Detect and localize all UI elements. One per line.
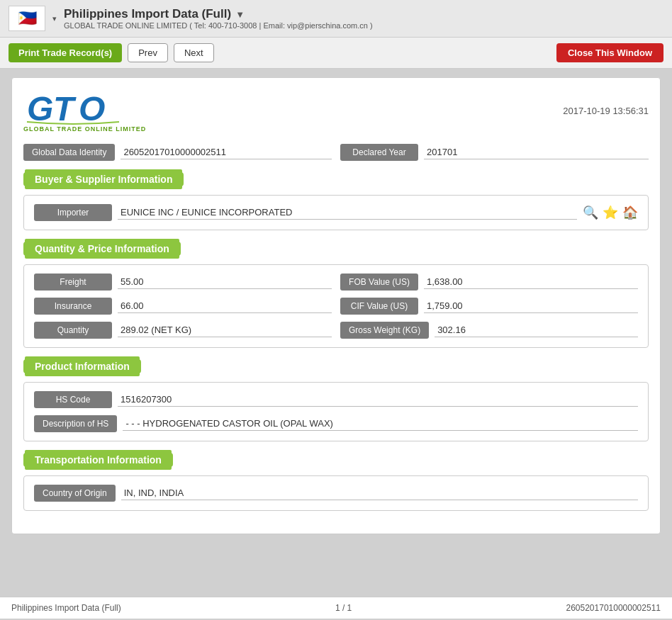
print-button[interactable]: Print Trade Record(s)	[9, 43, 122, 62]
footer-page: 1 / 1	[335, 603, 352, 613]
title-area: Philippines Import Data (Full) ▼ GLOBAL …	[64, 7, 373, 30]
fob-value: 1,638.00	[424, 275, 638, 289]
importer-row: Importer EUNICE INC / EUNICE INCORPORATE…	[34, 204, 638, 221]
product-title: Product Information	[25, 356, 140, 376]
description-value: - - - HYDROGENATED CASTOR OIL (OPAL WAX)	[123, 417, 638, 431]
company-info: GLOBAL TRADE ONLINE LIMITED ( Tel: 400-7…	[64, 21, 373, 30]
main-content: G T O GLOBAL TRADE ONLINE LIMITED 2017-1…	[0, 69, 672, 597]
star-icon[interactable]: ⭐	[603, 205, 618, 220]
freight-field: Freight 55.00	[34, 274, 332, 291]
insurance-row: Insurance 66.00 CIF Value (US) 1,759.00	[34, 298, 638, 315]
toolbar: Print Trade Record(s) Prev Next Close Th…	[0, 38, 672, 69]
toolbar-left: Print Trade Record(s) Prev Next	[9, 43, 214, 62]
product-content: HS Code 1516207300 Description of HS - -…	[23, 382, 649, 441]
declared-year-value: 201701	[424, 145, 649, 159]
buyer-supplier-title: Buyer & Supplier Information	[25, 169, 182, 189]
footer-record-id: 26052017010000002511	[566, 603, 661, 613]
quantity-row: Quantity 289.02 (NET KG) Gross Weight (K…	[34, 322, 638, 339]
insurance-value: 66.00	[118, 299, 332, 313]
svg-text:O: O	[79, 90, 105, 128]
footer-title: Philippines Import Data (Full)	[11, 603, 121, 613]
next-button[interactable]: Next	[174, 43, 214, 62]
flag-icon: 🇵🇭	[9, 6, 45, 31]
app-title: Philippines Import Data (Full) ▼	[64, 7, 373, 21]
hs-code-label: HS Code	[34, 391, 112, 408]
gross-weight-field: Gross Weight (KG) 302.16	[340, 322, 638, 339]
country-of-origin-field: Country of Origin IN, IND, INDIA	[34, 485, 638, 502]
quantity-price-content: Freight 55.00 FOB Value (US) 1,638.00 In…	[23, 264, 649, 348]
hs-code-field: HS Code 1516207300	[34, 391, 638, 408]
product-section: Product Information HS Code 1516207300 D…	[23, 359, 649, 441]
gross-weight-label: Gross Weight (KG)	[340, 322, 429, 339]
quantity-price-header: Quantity & Price Information	[23, 242, 181, 256]
logo-subtitle: GLOBAL TRADE ONLINE LIMITED	[23, 125, 146, 133]
importer-value: EUNICE INC / EUNICE INCORPORATED	[118, 205, 577, 220]
logo-row: G T O GLOBAL TRADE ONLINE LIMITED 2017-1…	[23, 89, 649, 133]
prev-button[interactable]: Prev	[128, 43, 168, 62]
global-data-identity-label: Global Data Identity	[23, 144, 115, 161]
top-bar: 🇵🇭 ▾ Philippines Import Data (Full) ▼ GL…	[0, 0, 672, 38]
quantity-label: Quantity	[34, 322, 112, 339]
company-logo: G T O GLOBAL TRADE ONLINE LIMITED	[23, 89, 146, 133]
description-row: Description of HS - - - HYDROGENATED CAS…	[34, 415, 638, 432]
close-button[interactable]: Close This Window	[556, 43, 663, 62]
buyer-supplier-section: Buyer & Supplier Information Importer EU…	[23, 172, 649, 230]
transportation-title: Transportation Information	[25, 450, 172, 470]
hs-code-row: HS Code 1516207300	[34, 391, 638, 408]
logo-svg: G T O	[23, 89, 123, 128]
freight-value: 55.00	[118, 275, 332, 289]
search-icon[interactable]: 🔍	[583, 205, 598, 220]
svg-text:T: T	[53, 90, 77, 128]
cif-value: 1,759.00	[424, 299, 638, 313]
insurance-field: Insurance 66.00	[34, 298, 332, 315]
global-data-identity-field: Global Data Identity 2605201701000000251…	[23, 144, 332, 161]
product-header: Product Information	[23, 359, 141, 373]
freight-row: Freight 55.00 FOB Value (US) 1,638.00	[34, 274, 638, 291]
quantity-price-title: Quantity & Price Information	[25, 239, 179, 259]
hs-code-value: 1516207300	[118, 393, 638, 407]
quantity-price-section: Quantity & Price Information Freight 55.…	[23, 242, 649, 348]
record-timestamp: 2017-10-19 13:56:31	[563, 106, 649, 116]
page-footer: Philippines Import Data (Full) 1 / 1 260…	[0, 597, 672, 619]
declared-year-label: Declared Year	[340, 144, 418, 161]
buyer-supplier-header: Buyer & Supplier Information	[23, 172, 184, 186]
identity-row: Global Data Identity 2605201701000000251…	[23, 144, 649, 161]
transportation-header: Transportation Information	[23, 453, 173, 467]
declared-year-field: Declared Year 201701	[340, 144, 649, 161]
home-icon[interactable]: 🏠	[622, 205, 638, 220]
country-of-origin-value: IN, IND, INDIA	[121, 486, 638, 500]
quantity-field: Quantity 289.02 (NET KG)	[34, 322, 332, 339]
description-field: Description of HS - - - HYDROGENATED CAS…	[34, 415, 638, 432]
quantity-value: 289.02 (NET KG)	[118, 323, 332, 337]
cif-field: CIF Value (US) 1,759.00	[340, 298, 638, 315]
fob-label: FOB Value (US)	[340, 274, 418, 291]
global-data-identity-value: 26052017010000002511	[121, 145, 332, 159]
record-card: G T O GLOBAL TRADE ONLINE LIMITED 2017-1…	[11, 77, 661, 534]
description-label: Description of HS	[34, 415, 117, 432]
fob-field: FOB Value (US) 1,638.00	[340, 274, 638, 291]
freight-label: Freight	[34, 274, 112, 291]
dropdown-arrow[interactable]: ▾	[52, 14, 57, 23]
importer-icons: 🔍 ⭐ 🏠	[583, 205, 638, 220]
buyer-supplier-content: Importer EUNICE INC / EUNICE INCORPORATE…	[23, 195, 649, 230]
transportation-content: Country of Origin IN, IND, INDIA	[23, 475, 649, 511]
title-dropdown-arrow[interactable]: ▼	[235, 9, 245, 20]
importer-label: Importer	[34, 204, 112, 221]
gross-weight-value: 302.16	[435, 323, 638, 337]
insurance-label: Insurance	[34, 298, 112, 315]
country-of-origin-row: Country of Origin IN, IND, INDIA	[34, 485, 638, 502]
country-of-origin-label: Country of Origin	[34, 485, 116, 502]
transportation-section: Transportation Information Country of Or…	[23, 453, 649, 511]
cif-label: CIF Value (US)	[340, 298, 418, 315]
